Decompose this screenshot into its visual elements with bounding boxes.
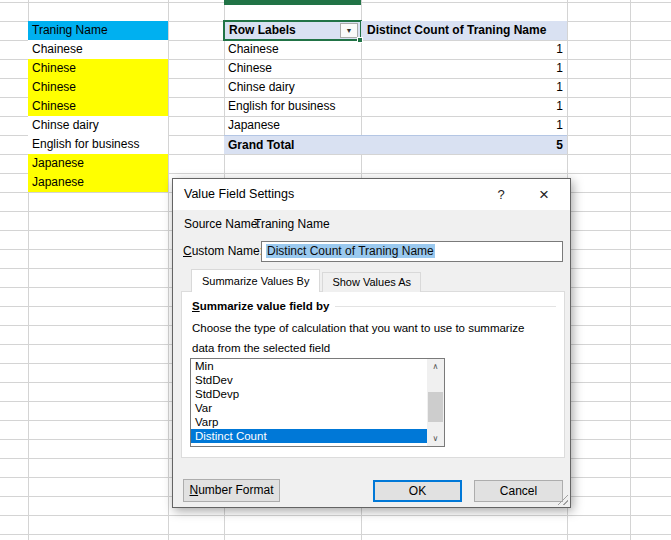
scroll-up-icon[interactable]: ∧ <box>427 359 444 374</box>
tab-label: Summarize Values By <box>202 275 309 287</box>
pivot-row-label[interactable]: Chinse dairy <box>224 78 361 97</box>
pivot-row-label[interactable]: English for business <box>224 97 361 116</box>
source-name-label: Source Name: <box>184 217 261 231</box>
source-header-cell[interactable]: Traning Name <box>28 21 168 40</box>
grand-total-value-cell[interactable]: 5 <box>361 135 567 154</box>
heading-rule <box>335 306 556 307</box>
description-line-1: Choose the type of calculation that you … <box>192 322 524 334</box>
pivot-row-value[interactable]: 1 <box>361 40 567 59</box>
tab-show-values-as[interactable]: Show Values As <box>322 272 421 292</box>
source-cell[interactable]: Japanese <box>28 173 168 192</box>
scrollbar[interactable]: ∧ ∨ <box>427 359 444 446</box>
source-cell[interactable]: Chinese <box>28 59 168 78</box>
list-item-stddevp[interactable]: StdDevp <box>191 387 427 401</box>
excel-window: Traning Name ChaineseChineseChineseChine… <box>0 0 671 540</box>
list-item-var[interactable]: Var <box>191 401 427 415</box>
tabstrip: Summarize Values By Show Values As <box>191 269 421 292</box>
ok-button[interactable]: OK <box>373 480 462 502</box>
pivot-row-label[interactable]: Chinese <box>224 59 361 78</box>
source-name-value: Traning Name <box>254 217 330 231</box>
gridline <box>168 0 169 540</box>
pivot-row-value[interactable]: 1 <box>361 116 567 135</box>
custom-name-input[interactable]: Distinct Count of Traning Name <box>261 241 563 262</box>
help-icon[interactable]: ? <box>487 179 515 210</box>
dialog-titlebar[interactable]: Value Field Settings ? × <box>173 179 570 210</box>
pivot-row-value[interactable]: 1 <box>361 59 567 78</box>
list-items: MinStdDevStdDevpVarVarpDistinct Count <box>191 359 444 443</box>
tab-label: Show Values As <box>332 276 411 288</box>
pivot-row-value[interactable]: 1 <box>361 78 567 97</box>
value-field-settings-dialog: Value Field Settings ? × Source Name: Tr… <box>172 178 571 508</box>
scrollbar-thumb[interactable] <box>428 392 443 422</box>
row-labels-text: Row Labels <box>229 23 296 37</box>
custom-name-selected-text: Distinct Count of Traning Name <box>266 244 435 258</box>
pivot-row-value[interactable]: 1 <box>361 97 567 116</box>
close-icon[interactable]: × <box>530 179 558 210</box>
list-item-distinct-count[interactable]: Distinct Count <box>191 429 427 443</box>
calculation-listbox: MinStdDevStdDevpVarVarpDistinct Count ∧ … <box>190 358 445 447</box>
group-heading: Summarize value field by <box>192 300 556 312</box>
gridline <box>630 0 631 540</box>
tab-summarize-values-by[interactable]: Summarize Values By <box>191 269 320 292</box>
source-cell[interactable]: Chainese <box>28 40 168 59</box>
summarize-tab-panel: Summarize value field by Choose the type… <box>181 291 565 458</box>
selected-column-header-bar <box>224 0 361 5</box>
pivot-value-header[interactable]: Distinct Count of Traning Name <box>361 21 567 40</box>
list-item-varp[interactable]: Varp <box>191 415 427 429</box>
pivot-row-label[interactable]: Chainese <box>224 40 361 59</box>
list-item-stddev[interactable]: StdDev <box>191 373 427 387</box>
dialog-title: Value Field Settings <box>184 179 294 210</box>
source-cell[interactable]: Chinese <box>28 78 168 97</box>
scroll-down-icon[interactable]: ∨ <box>427 431 444 446</box>
cell-fill-handle[interactable] <box>357 37 363 43</box>
cancel-button[interactable]: Cancel <box>474 480 563 502</box>
filter-dropdown-button[interactable]: ▼ <box>340 23 358 38</box>
group-heading-text: Summarize value field by <box>192 300 329 312</box>
pivot-row-label[interactable]: Japanese <box>224 116 361 135</box>
description-line-2: data from the selected field <box>192 342 330 354</box>
grand-total-label-cell[interactable]: Grand Total <box>224 135 361 154</box>
source-cell[interactable]: Chinse dairy <box>28 116 168 135</box>
source-cell[interactable]: Chinese <box>28 97 168 116</box>
source-cell[interactable]: English for business <box>28 135 168 154</box>
dropdown-arrow-icon: ▼ <box>346 27 353 34</box>
source-cell[interactable]: Japanese <box>28 154 168 173</box>
list-item-min[interactable]: Min <box>191 359 427 373</box>
number-format-button[interactable]: Number Format <box>183 479 280 502</box>
custom-name-label: Custom Name: <box>183 244 263 258</box>
